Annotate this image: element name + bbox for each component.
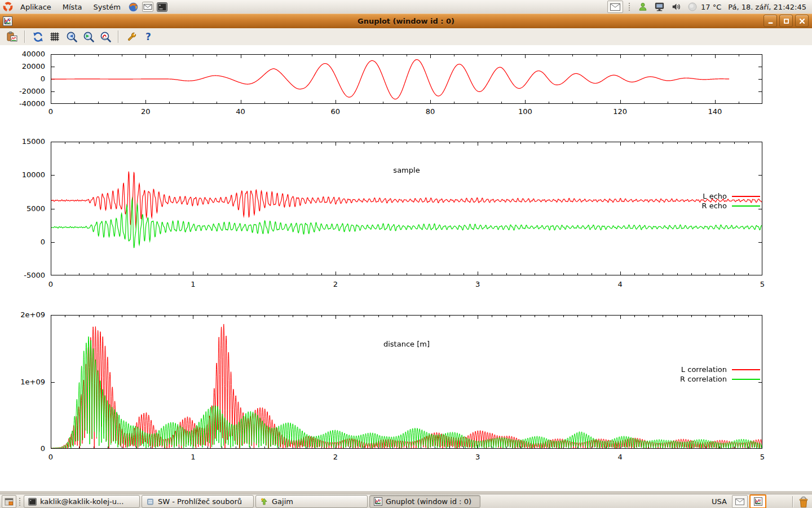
panel-status-area: 17 °C Pá, 18. září, 21:42:45: [607, 1, 812, 13]
task-gajim[interactable]: Gajim: [255, 495, 368, 508]
x-tick-label: 1: [176, 453, 210, 462]
temperature-label: 17 °C: [701, 3, 721, 11]
x-tick-label: 4: [603, 280, 637, 289]
menu-applications[interactable]: Aplikace: [15, 0, 57, 14]
terminal-icon: [28, 498, 37, 506]
window-title: Gnuplot (window id : 0): [0, 17, 812, 25]
gajim-icon: [260, 497, 268, 506]
y-tick-label: 2e+09: [3, 310, 45, 319]
window-titlebar[interactable]: Gnuplot (window id : 0): [0, 14, 812, 28]
task-terminal[interactable]: kaklik@kaklik-kolej-u...: [24, 495, 140, 508]
replot-button[interactable]: [30, 29, 45, 44]
clock-label: Pá, 18. září, 21:42:45: [728, 3, 806, 11]
plot-canvas-1[interactable]: [51, 142, 762, 275]
x-tick-label: 3: [461, 453, 495, 462]
x-tick-label: 2: [319, 280, 352, 289]
legend-label: R echo: [701, 202, 727, 210]
maximize-button[interactable]: [779, 15, 793, 27]
minimize-button[interactable]: [764, 15, 777, 27]
menu-system[interactable]: Systém: [87, 0, 126, 14]
taskbar-separator: [792, 496, 793, 507]
gnuplot-toolbar: ?: [0, 28, 812, 46]
show-desktop-button[interactable]: [2, 495, 16, 508]
options-button[interactable]: [124, 29, 139, 44]
legend-echo: L echo R echo: [701, 191, 760, 211]
legend-item: L echo: [701, 191, 760, 201]
copy-to-clipboard-button[interactable]: [5, 29, 19, 44]
ubuntu-logo-icon[interactable]: [3, 2, 13, 12]
xlabel-distance-echo: distance [m]: [51, 340, 762, 349]
volume-icon[interactable]: [671, 2, 682, 12]
menu-applications-label: Aplikace: [20, 3, 51, 11]
task-file-manager[interactable]: SW - Prohlížeč souborů: [142, 495, 254, 508]
weather-icon: [688, 2, 697, 11]
y-tick-label: -40000: [3, 99, 45, 108]
next-zoom-button[interactable]: [81, 29, 96, 44]
mail-notification-icon[interactable]: [607, 1, 623, 13]
y-tick-label: -5000: [3, 271, 45, 280]
x-tick-label: 5: [745, 453, 779, 462]
legend-item: L correlation: [680, 365, 760, 374]
legend-line-swatch: [732, 379, 760, 380]
plot-area: 02040608010012014040000200000-20000-4000…: [0, 45, 812, 491]
y-tick-label: 0: [3, 444, 45, 453]
mail-launcher-icon[interactable]: [142, 2, 153, 12]
x-tick-label: 0: [34, 453, 68, 462]
plot-canvas-2[interactable]: [51, 315, 762, 449]
gnuplot-window-icon: [3, 16, 12, 26]
clock-applet[interactable]: 17 °C Pá, 18. září, 21:42:45: [686, 2, 806, 11]
desktop: Aplikace Místa Systém: [0, 0, 812, 508]
file-manager-icon: [146, 498, 155, 506]
window-controls: [764, 15, 812, 27]
user-switcher-icon[interactable]: [638, 2, 648, 12]
help-glyph: ?: [145, 31, 151, 42]
legend-line-swatch: [732, 369, 760, 370]
x-tick-label: 2: [319, 453, 352, 462]
gnuplot-icon: [374, 497, 382, 506]
x-tick-label: 4: [603, 453, 637, 462]
firefox-icon[interactable]: [128, 2, 139, 12]
x-tick-label: 0: [34, 280, 68, 289]
menu-places-label: Místa: [63, 3, 82, 11]
trash-icon[interactable]: [798, 496, 809, 508]
y-tick-label: 15000: [3, 137, 45, 146]
task-gnuplot[interactable]: Gnuplot (window id : 0): [369, 495, 480, 508]
y-tick-label: 0: [3, 238, 45, 247]
y-tick-label: 10000: [3, 170, 45, 179]
toolbar-separator: [118, 30, 119, 43]
tray-gnuplot-icon[interactable]: [749, 494, 766, 508]
x-tick-label: 1: [176, 280, 210, 289]
x-tick-label: 5: [745, 280, 779, 289]
legend-line-swatch: [732, 205, 760, 207]
previous-zoom-button[interactable]: [64, 29, 79, 44]
bottom-panel: kaklik@kaklik-kolej-u... SW - Prohlížeč …: [0, 494, 812, 508]
plot-canvas-0[interactable]: [51, 54, 762, 104]
xlabel-sample: sample: [51, 166, 762, 175]
task-label: Gnuplot (window id : 0): [386, 497, 471, 506]
panel-handle[interactable]: [19, 497, 21, 506]
y-tick-label: 1e+09: [3, 378, 45, 387]
close-button[interactable]: [795, 15, 809, 27]
display-icon[interactable]: [654, 2, 665, 12]
y-tick-label: 40000: [3, 50, 45, 59]
menu-places[interactable]: Místa: [57, 0, 88, 14]
x-tick-label: 120: [603, 107, 637, 116]
help-button[interactable]: ?: [141, 29, 156, 44]
terminal-launcher-icon[interactable]: [157, 2, 167, 12]
autoscale-button[interactable]: [98, 29, 113, 44]
y-tick-label: -20000: [3, 87, 45, 96]
keyboard-layout-indicator[interactable]: USA: [712, 497, 727, 506]
toggle-grid-button[interactable]: [47, 29, 62, 44]
menu-system-label: Systém: [93, 3, 120, 11]
tray-mail-icon[interactable]: [732, 495, 748, 508]
x-tick-label: 80: [413, 107, 447, 116]
legend-correlation: L correlation R correlation: [680, 365, 760, 384]
task-label: Gajim: [272, 497, 293, 506]
taskbar-right: USA: [712, 494, 812, 508]
toolbar-separator: [24, 30, 25, 43]
task-label: SW - Prohlížeč souborů: [158, 497, 242, 506]
x-tick-label: 20: [129, 107, 162, 116]
panel-handle[interactable]: [628, 2, 631, 11]
x-tick-label: 60: [319, 107, 352, 116]
x-tick-label: 0: [34, 107, 68, 116]
